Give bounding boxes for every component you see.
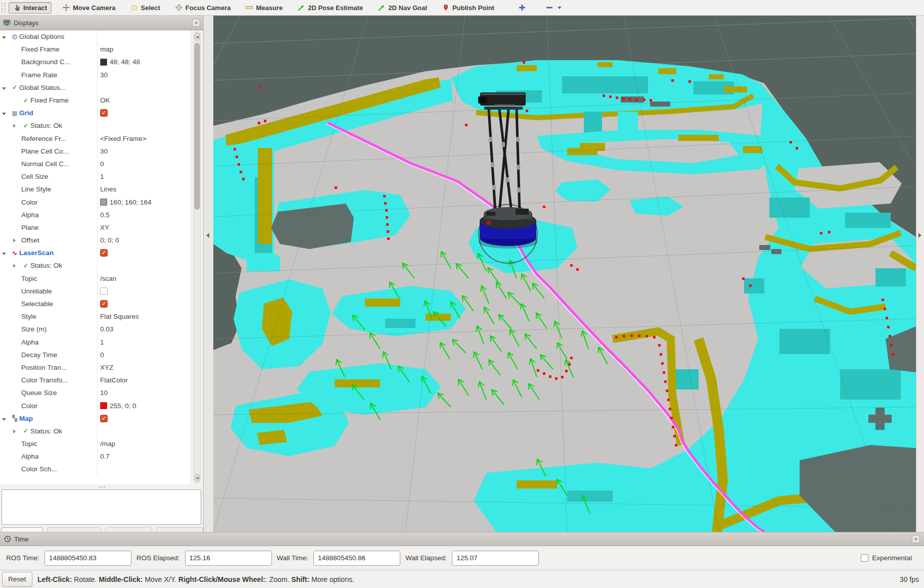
tree-splitter-handle[interactable] (0, 484, 204, 489)
property-label: Global Options (19, 33, 64, 40)
tree-row[interactable]: PlaneXY (0, 221, 190, 234)
3d-viewport[interactable] (213, 16, 916, 532)
property-value: FlatColor (100, 376, 128, 384)
toolbar-button-interact[interactable]: Interact (9, 2, 52, 14)
tree-row[interactable]: Selectable✓ (0, 298, 190, 310)
grid-icon: ▦ (10, 110, 19, 117)
expander-icon[interactable] (13, 262, 21, 269)
tree-row[interactable]: Color255; 0; 0 (0, 399, 190, 412)
expander-icon[interactable] (13, 427, 21, 435)
tree-row[interactable]: ✓Status: Ok (0, 119, 190, 132)
tree-row[interactable]: Position Tran...XYZ (0, 361, 190, 374)
tree-row[interactable]: Decay Time0 (0, 349, 190, 361)
property-value: Flat Squares (100, 313, 139, 320)
tree-row[interactable]: Offset0; 0; 0 (0, 234, 190, 247)
tree-row[interactable]: Color Transfo...FlatColor (0, 374, 190, 386)
tree-scrollbar[interactable] (194, 31, 201, 483)
tree-row[interactable]: Color Sch... (0, 463, 190, 475)
tree-row[interactable]: Line StyleLines (0, 183, 190, 195)
displays-tree[interactable]: ⚙Global OptionsFixed FramemapBackground … (0, 30, 190, 484)
toolbar-button-move-camera[interactable]: Move Camera (59, 3, 120, 13)
panel-splitter[interactable] (204, 16, 213, 532)
collapse-right-icon[interactable] (918, 233, 921, 238)
tree-row[interactable]: Alpha0.5 (0, 209, 190, 221)
close-icon[interactable]: × (192, 19, 200, 27)
expander-icon[interactable] (2, 84, 10, 91)
tree-row[interactable]: StyleFlat Squares (0, 310, 190, 323)
scroll-down-icon[interactable] (195, 474, 200, 482)
toolbar-button-add-tool[interactable] (515, 3, 530, 13)
scrollbar-thumb[interactable] (195, 43, 200, 210)
time-panel-header[interactable]: Time × (0, 532, 924, 546)
expander-icon[interactable] (2, 249, 10, 257)
tree-row[interactable]: Reference Fr...<Fixed Frame> (0, 132, 190, 145)
property-label: Cell Size (21, 173, 48, 180)
tree-row[interactable]: Normal Cell C...0 (0, 158, 190, 170)
tree-row[interactable]: ✓Fixed FrameOK (0, 94, 190, 107)
scroll-up-icon[interactable] (195, 33, 200, 41)
expander-icon[interactable] (2, 415, 10, 422)
tree-row[interactable]: Topic/scan (0, 272, 190, 285)
tree-row[interactable]: ▚Map✓ (0, 412, 190, 425)
close-icon[interactable]: × (912, 535, 920, 543)
experimental-label: Experimental (872, 554, 912, 562)
display-enabled-checkbox[interactable]: ✓ (100, 415, 108, 422)
tree-row[interactable]: Cell Size1 (0, 170, 190, 183)
property-label: Queue Size (21, 389, 57, 397)
toolbar-button-remove-tool[interactable] (542, 3, 566, 13)
toolbar-drag-handle[interactable] (2, 3, 6, 13)
tree-row[interactable]: Alpha1 (0, 336, 190, 349)
expander-icon[interactable] (2, 33, 10, 40)
tree-row[interactable]: Alpha0.7 (0, 450, 190, 463)
property-value: 0; 0; 0 (100, 236, 119, 244)
tree-row[interactable]: ✓Status: Ok (0, 425, 190, 437)
tree-row[interactable]: Size (m)0.03 (0, 323, 190, 335)
reset-button[interactable]: Reset (2, 572, 32, 587)
displays-panel-header[interactable]: Displays × (0, 16, 203, 30)
property-label: Selectable (21, 300, 53, 308)
toolbar-button-measure[interactable]: Measure (242, 3, 287, 13)
property-label: Color Transfo... (21, 376, 68, 384)
property-value: 255; 0; 0 (110, 402, 136, 410)
tree-row[interactable]: ⚙Global Options (0, 30, 190, 43)
ros-elapsed-label: ROS Elapsed: (136, 554, 180, 562)
right-dock-edge[interactable] (916, 16, 924, 532)
ros-time-input[interactable] (44, 551, 131, 566)
collapse-left-icon[interactable] (206, 233, 209, 238)
toolbar-button-2d-nav-goal[interactable]: 2D Nav Goal (374, 3, 431, 13)
tree-row[interactable]: ✓Global Status... (0, 81, 190, 94)
property-label: Status: Ok (30, 427, 62, 435)
wall-time-input[interactable] (313, 551, 400, 566)
tree-row[interactable]: ∿LaserScan✓ (0, 247, 190, 259)
experimental-checkbox[interactable] (861, 554, 868, 562)
display-enabled-checkbox[interactable]: ✓ (100, 249, 108, 257)
ros-elapsed-input[interactable] (185, 551, 272, 566)
tree-row[interactable]: Plane Cell Co...30 (0, 145, 190, 158)
display-enabled-checkbox[interactable] (100, 287, 108, 295)
tree-row[interactable]: Frame Rate30 (0, 69, 190, 81)
tree-row[interactable]: Queue Size10 (0, 386, 190, 399)
property-label: Map (19, 415, 33, 422)
display-enabled-checkbox[interactable]: ✓ (100, 300, 108, 308)
property-label: Alpha (21, 338, 39, 346)
expander-icon[interactable] (2, 109, 10, 117)
toolbar-button-publish-point[interactable]: Publish Point (438, 3, 498, 13)
tree-row[interactable]: Color160; 160; 164 (0, 195, 190, 208)
expander-icon[interactable] (13, 122, 21, 129)
tree-row[interactable]: Topic/map (0, 437, 190, 450)
toolbar-label: Focus Camera (186, 4, 231, 12)
display-enabled-checkbox[interactable]: ✓ (100, 109, 108, 117)
wall-elapsed-input[interactable] (452, 551, 539, 566)
toolbar-button-select[interactable]: Select (127, 3, 164, 13)
fps-counter: 30 fps (900, 575, 919, 583)
toolbar-button-2d-pose-estimate[interactable]: 2D Pose Estimate (294, 3, 367, 13)
tree-row[interactable]: ▦Grid✓ (0, 107, 190, 119)
toolbar-label: 2D Nav Goal (388, 4, 427, 12)
tree-row[interactable]: Unreliable (0, 285, 190, 298)
expander-icon[interactable] (13, 236, 21, 244)
tree-row[interactable]: Fixed Framemap (0, 43, 190, 56)
toolbar-button-focus-camera[interactable]: Focus Camera (171, 3, 235, 13)
tree-row[interactable]: ✓Status: Ok (0, 259, 190, 272)
panel-title: Displays (14, 19, 38, 27)
tree-row[interactable]: Background C...48; 48; 48 (0, 56, 190, 68)
